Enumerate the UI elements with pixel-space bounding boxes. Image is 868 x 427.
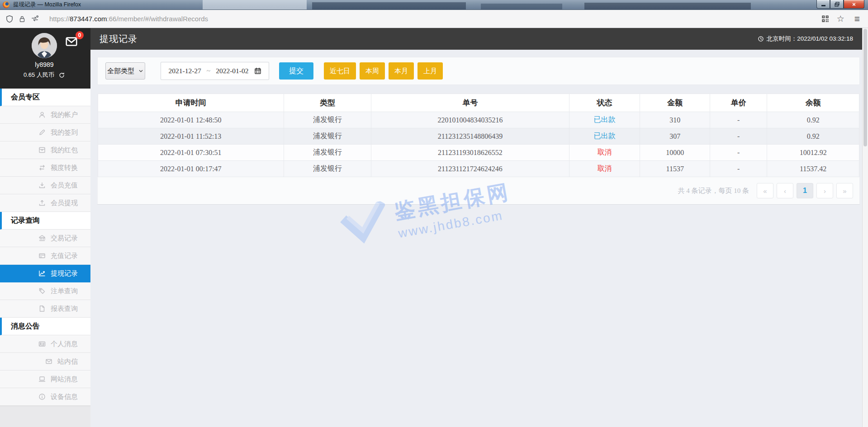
- table-row: 2022-01-01 07:30:51浦发银行21123119301862655…: [98, 145, 859, 161]
- avatar: [32, 33, 57, 58]
- filter-bar: 全部类型 2021-12-27 ~ 2022-01-02 提交 近七日本周本月上…: [97, 57, 860, 85]
- titlebar-glass-patch: [481, 4, 562, 9]
- sidebar-item-报表查询[interactable]: 报表查询: [0, 300, 90, 318]
- minimize-button[interactable]: [816, 0, 830, 9]
- sidebar-item-我的帐户[interactable]: 我的帐户: [0, 106, 90, 124]
- quick-button-上月[interactable]: 上月: [417, 62, 443, 80]
- sidebar-item-会员充值[interactable]: 会员充值: [0, 177, 90, 194]
- column-header-余额: 余额: [767, 94, 859, 112]
- status-badge: 已出款: [594, 132, 616, 140]
- mail-badge: 0: [76, 31, 84, 39]
- sidebar-item-网站消息[interactable]: 网站消息: [0, 371, 90, 388]
- permissions-icon[interactable]: [31, 15, 39, 23]
- pager-page-1-button[interactable]: 1: [797, 183, 813, 198]
- date-to[interactable]: 2022-01-02: [216, 67, 248, 75]
- cell-type: 浦发银行: [284, 145, 371, 161]
- pager-first-button[interactable]: «: [757, 183, 773, 198]
- sidebar-item-label: 我的红包: [51, 146, 78, 155]
- chart-icon: [38, 270, 46, 277]
- sidebar-item-label: 个人消息: [51, 340, 78, 348]
- url-input[interactable]: https://873447.com:66/member/#/withdrawa…: [49, 15, 816, 23]
- sidebar-item-我的红包[interactable]: 我的红包: [0, 141, 90, 159]
- username: ly8989: [0, 61, 89, 68]
- cell-type: 浦发银行: [284, 161, 371, 177]
- balance: 0.65 人民币: [24, 71, 54, 79]
- idcard-icon: [38, 340, 46, 347]
- cell-time: 2022-01-01 11:52:13: [98, 128, 284, 145]
- close-button[interactable]: ×: [844, 0, 864, 9]
- calendar-icon[interactable]: [254, 67, 261, 75]
- monitor-icon: [38, 375, 46, 383]
- sidebar-item-我的签到[interactable]: 我的签到: [0, 124, 90, 141]
- sidebar-item-label: 充值记录: [51, 252, 78, 260]
- date-from[interactable]: 2021-12-27: [168, 67, 201, 75]
- hamburger-menu-icon[interactable]: ≡: [854, 14, 860, 23]
- pencil-icon: [38, 129, 46, 136]
- sidebar-filler: [0, 406, 90, 427]
- cell-unit_price: -: [710, 128, 767, 145]
- cell-unit_price: -: [710, 161, 767, 177]
- mail-icon: [45, 358, 52, 365]
- bookmark-star-icon[interactable]: ☆: [837, 14, 844, 23]
- deposit-icon: [38, 182, 46, 189]
- status-badge: 取消: [598, 148, 612, 156]
- cell-order_no: 211231121724624246: [371, 161, 569, 177]
- pager-last-button[interactable]: »: [836, 183, 853, 198]
- cell-unit_price: -: [710, 145, 767, 161]
- sidebar-item-个人消息[interactable]: 个人消息: [0, 335, 90, 353]
- cell-type: 浦发银行: [284, 128, 371, 145]
- quick-button-本月[interactable]: 本月: [389, 62, 414, 80]
- date-range-input[interactable]: 2021-12-27 ~ 2022-01-02: [161, 62, 269, 80]
- qr-code-icon[interactable]: [821, 14, 830, 23]
- sidebar-item-label: 会员提现: [51, 199, 78, 207]
- cell-amount: 310: [640, 112, 710, 128]
- lock-icon[interactable]: [19, 15, 26, 23]
- restore-button[interactable]: [830, 0, 844, 9]
- sidebar-item-label: 交易记录: [51, 234, 78, 243]
- pager-prev-button[interactable]: ‹: [777, 183, 793, 198]
- column-header-类型: 类型: [284, 94, 371, 112]
- sidebar-item-会员提现[interactable]: 会员提现: [0, 194, 90, 212]
- submit-button[interactable]: 提交: [279, 62, 313, 80]
- quick-range-buttons: 近七日本周本月上月: [324, 62, 443, 80]
- cell-order_no: 220101004834035216: [371, 112, 569, 128]
- status-badge: 已出款: [594, 116, 616, 123]
- sidebar-item-label: 提现记录: [51, 269, 78, 278]
- quick-button-近七日[interactable]: 近七日: [324, 62, 356, 80]
- cell-status: 已出款: [569, 112, 640, 128]
- scrollbar-thumb[interactable]: [863, 29, 867, 146]
- pager-next-button[interactable]: ›: [816, 183, 833, 198]
- column-header-状态: 状态: [569, 94, 640, 112]
- sidebar-item-站内信[interactable]: 站内信: [0, 353, 90, 371]
- cell-amount: 11537: [640, 161, 710, 177]
- user-block: 0 ly8989 0.65 人民币: [0, 28, 90, 89]
- column-header-单号: 单号: [371, 94, 569, 112]
- sidebar-item-设备信息[interactable]: 设备信息: [0, 388, 90, 406]
- sidebar-item-label: 站内信: [57, 357, 78, 366]
- cell-status: 取消: [569, 145, 640, 161]
- sidebar-item-注单查询[interactable]: 注单查询: [0, 282, 90, 300]
- quick-button-本周[interactable]: 本周: [360, 62, 385, 80]
- page-title: 提现记录: [100, 33, 138, 45]
- table-row: 2022-01-01 12:48:50浦发银行22010100483403521…: [98, 112, 859, 128]
- table-row: 2022-01-01 11:52:13浦发银行21123123514880643…: [98, 128, 859, 145]
- sidebar-item-label: 会员充值: [51, 181, 78, 190]
- sidebar-item-充值记录[interactable]: 充值记录: [0, 247, 90, 265]
- page-header: 提现记录 北京时间：2022/01/02 03:32:18: [90, 28, 862, 50]
- redpacket-icon: [38, 146, 46, 154]
- column-header-单价: 单价: [710, 94, 767, 112]
- table-header-row: 申请时间类型单号状态金额单价余额: [98, 94, 859, 112]
- refresh-icon[interactable]: [58, 72, 65, 79]
- sidebar-item-交易记录[interactable]: 交易记录: [0, 230, 90, 247]
- type-select[interactable]: 全部类型: [105, 62, 145, 80]
- cell-amount: 307: [640, 128, 710, 145]
- sidebar-item-label: 网站消息: [51, 375, 78, 384]
- shield-icon[interactable]: [5, 15, 14, 23]
- cell-time: 2022-01-01 00:17:47: [98, 161, 284, 177]
- sidebar-item-额度转换[interactable]: 额度转换: [0, 159, 90, 177]
- cell-balance: 11537.42: [767, 161, 859, 177]
- sidebar-nav: 会员专区我的帐户我的签到我的红包额度转换会员充值会员提现记录查询交易记录充值记录…: [0, 89, 90, 406]
- cell-type: 浦发银行: [284, 112, 371, 128]
- sidebar-item-提现记录[interactable]: 提现记录: [0, 265, 90, 282]
- sidebar-section-header: 消息公告: [0, 318, 90, 335]
